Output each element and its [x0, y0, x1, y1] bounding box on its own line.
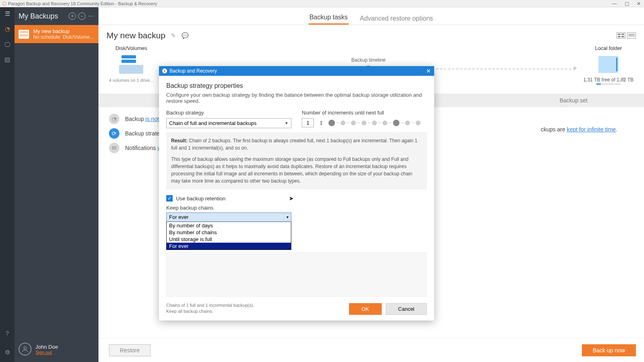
increments-field-label: Number of increments until next full	[302, 110, 427, 116]
add-backup-button[interactable]: +	[69, 12, 76, 20]
chevron-down-icon: ▼	[284, 121, 289, 125]
mail-icon: ✉	[109, 143, 119, 153]
help-icon[interactable]: ?	[3, 329, 11, 337]
sign-out-link[interactable]: Sign out	[36, 350, 58, 355]
strategy-icon: ⟳	[109, 128, 119, 139]
edit-icon[interactable]: ✎	[171, 32, 176, 39]
storage-bar	[596, 83, 621, 85]
comment-icon[interactable]: 💬	[182, 32, 188, 39]
dialog-title: Backup and Recovery	[169, 68, 217, 74]
tab-bar: Backup tasks Advanced restore options	[98, 7, 644, 25]
edit-destination-icon[interactable]: ✎	[622, 77, 626, 82]
backup-now-button[interactable]: Back up now	[582, 344, 636, 356]
close-button[interactable]: ✕	[636, 1, 642, 6]
window-title: Paragon Backup and Recovery 18 Community…	[8, 1, 157, 6]
backup-source[interactable]: Disk/Volumes 4 volumes on 1 drive...	[109, 45, 154, 83]
user-avatar-icon[interactable]	[19, 343, 31, 356]
dd-option[interactable]: By number of days	[167, 222, 291, 229]
window-titlebar: Paragon Backup and Recovery 18 Community…	[0, 0, 644, 7]
dest-label: Local folder	[595, 45, 622, 51]
result-description: Result: Chain of 2 backups. The first ba…	[166, 132, 427, 189]
tab-backup-tasks[interactable]: Backup tasks	[309, 14, 349, 25]
keep-chains-value: For ever	[169, 214, 188, 220]
view-grid-button[interactable]	[617, 32, 625, 39]
increments-input[interactable]: 1	[302, 118, 314, 127]
backup-list-item[interactable]: My new backup No schedule: Disk/Volume..…	[15, 25, 98, 43]
strategy-select-value: Chain of full and incremental backups	[169, 120, 257, 126]
maximize-button[interactable]: ▢	[624, 1, 629, 6]
arrow-right-icon	[574, 66, 577, 70]
source-label: Disk/Volumes	[115, 45, 147, 51]
job-title: My new backup	[107, 31, 165, 40]
dd-option[interactable]: Until storage is full	[167, 236, 291, 243]
backup-item-title: My new backup	[33, 28, 94, 34]
chain-preview-icon	[328, 120, 420, 126]
sidebar: My Backups + − ⋯ My new backup No schedu…	[15, 7, 98, 362]
increments-spinner[interactable]: ▲▼	[320, 120, 323, 126]
dialog-footer-text: Chains of 1 full and 1 incremental backu…	[166, 302, 345, 315]
dd-option[interactable]: By number of chains	[167, 229, 291, 236]
cancel-button[interactable]: Cancel	[386, 303, 427, 315]
keep-chains-label: Keep backup chains	[166, 205, 427, 211]
minimize-button[interactable]: —	[612, 1, 617, 6]
dialog-titlebar[interactable]: ● Backup and Recovery ✕	[159, 66, 434, 76]
footer-bar: Restore Back up now	[98, 338, 644, 362]
dialog-heading: Backup strategy properties	[166, 82, 427, 89]
source-subtext: 4 volumes on 1 drive...	[109, 78, 154, 83]
retention-checkbox-label: Use backup retention	[176, 196, 226, 202]
kept-time-link[interactable]: kept for infinite time	[567, 126, 616, 133]
dd-option-selected[interactable]: For ever	[167, 243, 291, 250]
sidebar-title: My Backups	[19, 12, 69, 21]
backup-destination[interactable]: Local folder ✎ 1,31 TB free of 1,82 TB	[583, 45, 634, 85]
ok-button[interactable]: OK	[349, 303, 382, 315]
restore-button[interactable]: Restore	[109, 344, 151, 356]
remove-backup-button[interactable]: −	[78, 12, 86, 20]
nav-rail: ☰ ◔ 🖵 ▤ ? ⚙	[0, 7, 15, 362]
app-icon	[2, 2, 6, 6]
disk-icon	[19, 30, 29, 39]
chevron-down-icon: ▾	[286, 215, 289, 219]
tab-advanced-restore[interactable]: Advanced restore options	[359, 15, 434, 25]
app-small-icon: ●	[162, 69, 167, 73]
strategy-field-label: Backup strategy	[166, 110, 291, 116]
settings-icon[interactable]: ⚙	[3, 348, 11, 356]
dialog-subheading: Configure your own backup strategy by fi…	[166, 92, 427, 104]
drive-icon[interactable]: ▤	[3, 56, 11, 64]
disk-image-icon	[119, 55, 143, 74]
keep-chains-options: By number of days By number of chains Un…	[166, 222, 291, 250]
more-icon[interactable]: ⋯	[88, 13, 94, 19]
backup-set-label: Backup set	[560, 97, 588, 104]
dialog-close-icon[interactable]: ✕	[426, 68, 431, 74]
menu-icon[interactable]: ☰	[3, 10, 11, 18]
monitor-icon[interactable]: 🖵	[3, 40, 11, 48]
keep-chains-dropdown[interactable]: For ever ▾ By number of days By number o…	[166, 212, 291, 250]
timeline-label: Backup timeline	[162, 57, 575, 63]
backup-item-subtitle: No schedule: Disk/Volume...	[33, 34, 94, 40]
strategy-select[interactable]: Chain of full and incremental backups ▼	[166, 118, 291, 128]
view-list-button[interactable]	[627, 32, 636, 39]
retention-checkbox[interactable]: ✓	[166, 195, 173, 202]
svg-point-0	[24, 347, 26, 349]
clock-icon[interactable]: ◔	[3, 25, 11, 33]
user-name: John Doe	[36, 344, 58, 350]
retention-detail-area	[166, 252, 427, 297]
clock-grey-icon: ◔	[109, 114, 119, 124]
folder-icon	[598, 56, 619, 73]
strategy-dialog: ● Backup and Recovery ✕ Backup strategy …	[159, 66, 434, 320]
